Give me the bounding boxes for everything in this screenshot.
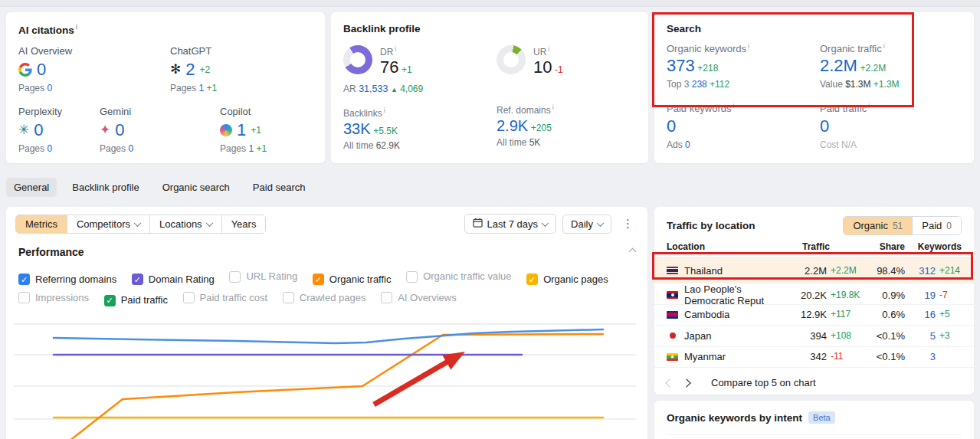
metrics-filter-button[interactable]: Metrics: [16, 215, 67, 233]
copilot-stat: Copilot 1 +1 Pages 1 +1: [220, 106, 267, 154]
compare-top5-button[interactable]: Compare top 5 on chart: [711, 377, 816, 388]
search-title: Search: [667, 23, 962, 34]
top-strip: [0, 0, 980, 7]
organic-keywords-stat: Organic keywordsi 373 +218 Top 3 238 +11…: [667, 42, 820, 90]
organic-paid-toggle: Organic51 Paid0: [843, 216, 962, 235]
info-icon: i: [384, 106, 385, 114]
paid-toggle-button[interactable]: Paid0: [913, 217, 961, 234]
next-page-icon[interactable]: [682, 378, 690, 387]
checkbox-organic-traffic[interactable]: Organic traffic: [313, 270, 392, 289]
info-icon: i: [548, 45, 549, 53]
url-rating-stat: URi 10 -1: [497, 45, 636, 77]
search-card: Search Organic keywordsi 373 +218 Top 3 …: [654, 12, 974, 163]
divider: [667, 434, 962, 435]
chevron-down-icon: [205, 219, 213, 227]
chatgpt-icon: ✻: [170, 63, 181, 76]
table-row-thailand[interactable]: Thailand 2.2M+2.2M 98.4% 312+214: [654, 258, 974, 283]
ai-citations-title: AI citationsi: [18, 23, 313, 36]
competitors-filter-button[interactable]: Competitors: [67, 215, 150, 233]
table-row-cambodia[interactable]: Cambodia 12.9K+117 0.6% 16+5: [654, 305, 974, 326]
checkbox-domain-rating[interactable]: Domain Rating: [132, 270, 215, 289]
backlink-profile-title: Backlink profile: [343, 23, 636, 34]
domain-rating-stat: DRi 76 +1: [343, 45, 497, 77]
tab-paid-search[interactable]: Paid search: [245, 178, 313, 197]
paid-keywords-stat: Paid keywordsi 0 Ads 0: [667, 102, 820, 149]
dr-donut-chart: [343, 45, 372, 74]
ai-overview-stat: AI Overview 0 Pages 0: [18, 45, 170, 93]
info-icon: i: [748, 42, 749, 50]
ur-donut-chart: [497, 45, 526, 74]
info-icon: i: [883, 42, 885, 50]
date-range-button[interactable]: Last 7 days: [464, 214, 557, 234]
info-icon: i: [868, 102, 870, 110]
keywords-link[interactable]: 3: [905, 351, 936, 362]
traffic-by-location-panel: Traffic by location Organic51 Paid0 Loca…: [654, 207, 974, 395]
organic-toggle-button[interactable]: Organic51: [844, 217, 913, 234]
perplexity-icon: ✳: [18, 123, 29, 136]
tab-organic-search[interactable]: Organic search: [155, 178, 238, 197]
copilot-icon: [220, 124, 232, 136]
checkbox-url-rating[interactable]: URL Rating: [229, 267, 297, 286]
up-triangle-icon: ▲: [391, 86, 398, 93]
cambodia-flag-icon: [667, 311, 678, 319]
metric-checkboxes: Referring domains Domain Rating URL Rati…: [6, 258, 647, 310]
keywords-link[interactable]: 16: [905, 309, 936, 320]
ai-citations-card: AI citationsi AI Overview 0 Pages 0 Chat…: [6, 12, 325, 163]
gemini-stat: Gemini ✦ 0 Pages 0: [100, 106, 220, 154]
laos-flag-icon: [667, 291, 678, 299]
locations-filter-button[interactable]: Locations: [150, 215, 222, 233]
performance-heading: Performance: [6, 234, 647, 258]
perplexity-stat: Perplexity ✳ 0 Pages 0: [18, 106, 100, 154]
checkbox-referring-domains[interactable]: Referring domains: [18, 270, 116, 289]
years-filter-button[interactable]: Years: [222, 215, 266, 233]
chevron-down-icon: [134, 219, 142, 227]
myanmar-flag-icon: ★: [667, 353, 678, 361]
keywords-link[interactable]: 19: [905, 290, 936, 301]
google-icon: [18, 63, 32, 77]
performance-panel: Metrics Competitors Locations Years Last…: [6, 207, 647, 439]
info-icon: i: [552, 103, 554, 111]
more-options-button[interactable]: ⋮: [618, 215, 638, 232]
table-row-laos[interactable]: Lao People's Democratic Reput 20.2K+19.8…: [654, 283, 974, 305]
info-icon: i: [733, 102, 735, 110]
keywords-by-intent-panel: Organic keywords by intent Beta: [654, 401, 974, 439]
tab-backlink-profile[interactable]: Backlink profile: [64, 178, 146, 197]
info-icon: i: [395, 45, 396, 53]
chevron-down-icon: [542, 219, 549, 227]
keywords-link[interactable]: 312: [905, 265, 936, 277]
organic-traffic-stat: Organic traffici 2.2M +2.2M Value $1.3M …: [820, 42, 962, 90]
table-row-japan[interactable]: Japan 394+108 <0.1% 5+3: [654, 326, 974, 347]
checkbox-organic-pages[interactable]: Organic pages: [526, 270, 608, 289]
ref-domains-stat: Ref. domainsi 2.9K +205 All time 5K: [497, 103, 636, 148]
backlinks-stat: Backlinksi 33K +5.5K All time 62.9K: [343, 106, 497, 151]
location-table-header: Location Traffic Share Keywords: [654, 235, 974, 258]
chevron-down-icon: [597, 219, 605, 227]
japan-flag-icon: [667, 332, 678, 339]
chatgpt-stat: ChatGPT ✻ 2 +2 Pages 1 +1: [170, 45, 217, 93]
chart-filter-group: Metrics Competitors Locations Years: [15, 215, 266, 234]
granularity-button[interactable]: Daily: [562, 215, 611, 234]
prev-page-icon[interactable]: [665, 378, 674, 387]
table-row-myanmar[interactable]: ★Myanmar 342-11 <0.1% 3: [654, 347, 974, 369]
calendar-icon: [473, 218, 483, 230]
ahrefs-rank: AR 31,533 ▲ 4,069: [343, 84, 497, 94]
section-tabs: General Backlink profile Organic search …: [6, 178, 313, 197]
thailand-flag-icon: [667, 267, 678, 274]
beta-badge: Beta: [808, 411, 835, 424]
info-icon: i: [76, 23, 78, 31]
backlink-profile-card: Backlink profile DRi 76 +1 AR 31,533 ▲ 4…: [331, 12, 648, 163]
keywords-by-intent-title: Organic keywords by intent: [667, 412, 802, 424]
gemini-icon: ✦: [100, 123, 110, 136]
checkbox-organic-traffic-value[interactable]: Organic traffic value: [406, 267, 511, 286]
paid-traffic-stat: Paid traffici 0 Cost N/A: [820, 102, 962, 149]
keywords-link[interactable]: 5: [905, 330, 936, 342]
performance-line-chart[interactable]: [6, 303, 647, 439]
tab-general[interactable]: General: [6, 178, 57, 197]
traffic-by-location-title: Traffic by location: [667, 220, 755, 231]
